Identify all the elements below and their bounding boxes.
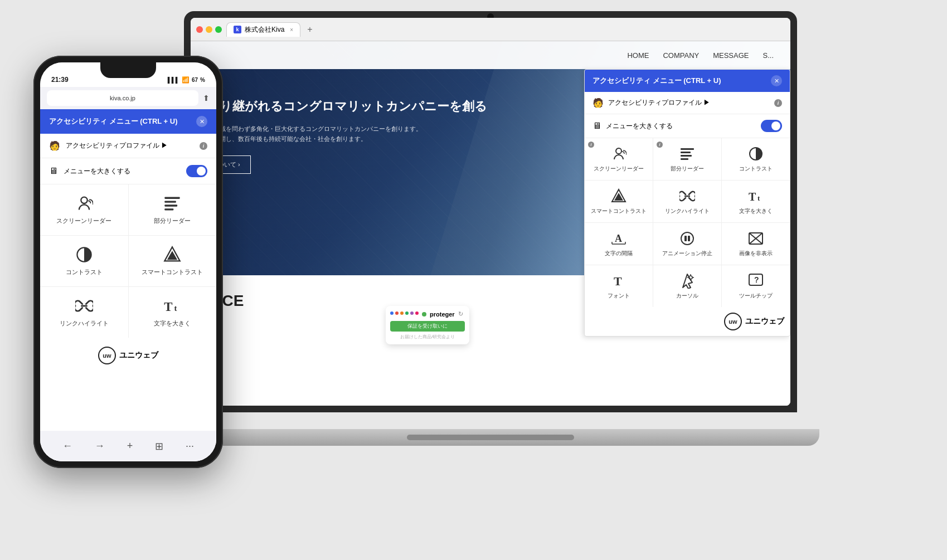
mobile-a11y-cell-partial-reader[interactable]: 部分リーダー <box>129 184 217 235</box>
svg-text:A: A <box>615 233 622 244</box>
a11y-cell-label-partial-reader: 部分リーダー <box>671 165 704 172</box>
website-content: HOME COMPANY MESSAGE S... ION 語り継がれるコングロ… <box>191 41 790 406</box>
mobile-accessibility-panel: アクセシビリティ メニュー (CTRL + U) ✕ 🧑 アクセシビリティプロフ… <box>40 109 216 461</box>
a11y-cell-font[interactable]: T フォント <box>585 265 653 307</box>
svg-text:T: T <box>749 191 756 203</box>
svg-text:t: t <box>757 194 760 202</box>
mobile-a11y-header: アクセシビリティ メニュー (CTRL + U) ✕ <box>40 109 216 134</box>
phone-forward-button[interactable]: → <box>95 440 105 452</box>
contrast-icon <box>748 146 764 162</box>
new-tab-button[interactable]: + <box>307 25 312 35</box>
minimize-window-dot[interactable] <box>206 26 212 33</box>
a11y-cell-cursor[interactable]: カーソル <box>653 265 721 307</box>
tab-title: 株式会社Kiva <box>245 25 284 35</box>
nav-message[interactable]: MESSAGE <box>713 51 749 60</box>
svg-rect-30 <box>165 197 180 199</box>
mobile-a11y-enlarge-label: メニューを大きくする <box>64 167 181 176</box>
proteger-refresh[interactable]: ↻ <box>458 310 463 318</box>
phone-signal-icon: ▌▌▌ <box>168 77 179 83</box>
a11y-cell-link-highlight[interactable]: リンクハイライト <box>653 181 721 222</box>
mobile-a11y-cell-label-contrast: コントラスト <box>66 268 103 276</box>
mobile-a11y-enlarge-row: 🖥 メニューを大きくする <box>40 158 216 184</box>
a11y-cell-tooltip[interactable]: ? ツールチップ <box>722 265 790 307</box>
mobile-a11y-close-button[interactable]: ✕ <box>196 116 207 127</box>
phone-url-bar[interactable]: kiva.co.jp <box>47 90 198 106</box>
proteger-status-dot <box>422 312 426 316</box>
mobile-a11y-cell-screen-reader[interactable]: スクリーンリーダー <box>40 184 128 235</box>
dot-orange <box>400 311 404 315</box>
a11y-cell-label-screen-reader: スクリーンリーダー <box>594 165 644 172</box>
a11y-profile-info[interactable]: i <box>774 99 782 107</box>
a11y-enlarge-row: 🖥 メニューを大きくする <box>585 114 790 138</box>
mobile-a11y-cell-label-text-size: 文字を大きく <box>154 319 191 328</box>
proteger-sub: お届けした商品/研究会より <box>390 334 465 340</box>
close-window-dot[interactable] <box>196 26 203 33</box>
a11y-cell-text-spacing[interactable]: A 文字の間隔 <box>585 223 653 265</box>
svg-point-0 <box>616 148 621 154</box>
phone-screen: 21:39 ▌▌▌ 📶 67% kiva.co.jp ⬆ アクセシビリティ メニ… <box>40 62 216 461</box>
phone-notch <box>100 62 156 78</box>
dot-purple <box>410 311 414 315</box>
a11y-cell-partial-reader[interactable]: i 部分リーダー <box>653 138 721 180</box>
svg-point-29 <box>81 197 87 203</box>
nav-home[interactable]: HOME <box>627 51 649 60</box>
a11y-profile-label: アクセシビリティプロファイル ▶ <box>608 98 770 108</box>
dot-blue <box>390 311 394 315</box>
mobile-a11y-cell-contrast[interactable]: コントラスト <box>40 236 128 286</box>
mobile-a11y-profile-info[interactable]: i <box>200 142 207 150</box>
laptop-screen: k 株式会社Kiva × + HOME COMPANY MESSAGE S... <box>191 18 790 406</box>
a11y-cell-contrast[interactable]: コントラスト <box>722 138 790 180</box>
proteger-label: proteger <box>430 311 455 318</box>
hide-images-icon <box>748 231 764 246</box>
hero-text-block: ION 語り継がれるコングロマリットカンパニーを創る 業領域を問わず多角化・巨大… <box>207 86 595 174</box>
a11y-cell-label-text-spacing: 文字の間隔 <box>605 250 633 257</box>
mobile-smart-contrast-icon <box>163 246 181 264</box>
phone-new-tab-button[interactable]: + <box>127 440 133 452</box>
pause-animation-icon <box>679 231 695 246</box>
browser-window-controls <box>196 26 222 33</box>
mobile-a11y-cell-smart-contrast[interactable]: スマートコントラスト <box>129 236 217 286</box>
dot-green <box>405 311 409 315</box>
phone-body: 21:39 ▌▌▌ 📶 67% kiva.co.jp ⬆ アクセシビリティ メニ… <box>33 56 223 468</box>
proteger-dots <box>390 311 419 315</box>
text-spacing-icon: A <box>611 231 627 246</box>
a11y-footer-logo-text: ユニウェブ <box>745 316 784 327</box>
a11y-panel-header: アクセシビリティ メニュー (CTRL + U) ✕ <box>585 70 790 92</box>
tab-favicon: k <box>234 26 241 33</box>
a11y-features-grid: i スクリーンリーダー i <box>585 138 790 307</box>
mobile-link-highlight-icon <box>75 297 93 315</box>
phone-share-icon[interactable]: ⬆ <box>203 94 210 103</box>
a11y-panel-title: アクセシビリティ メニュー (CTRL + U) <box>593 76 721 86</box>
a11y-cell-smart-contrast[interactable]: スマートコントラスト <box>585 181 653 222</box>
a11y-close-button[interactable]: ✕ <box>771 75 782 86</box>
mobile-a11y-profile-row[interactable]: 🧑 アクセシビリティプロファイル ▶ i <box>40 134 216 158</box>
phone-wifi-icon: 📶 <box>182 76 190 84</box>
a11y-cell-info-badge: i <box>588 142 594 148</box>
tab-close-button[interactable]: × <box>290 27 293 33</box>
nav-service[interactable]: S... <box>763 51 774 60</box>
mobile-contrast-icon <box>75 246 93 264</box>
svg-text:T: T <box>614 274 622 288</box>
a11y-cell-pause-animation[interactable]: アニメーション停止 <box>653 223 721 265</box>
a11y-cell-text-size[interactable]: T t 文字を大きく <box>722 181 790 222</box>
nav-company[interactable]: COMPANY <box>663 51 699 60</box>
mobile-a11y-cell-link-highlight[interactable]: リンクハイライト <box>40 287 128 338</box>
mobile-a11y-enlarge-toggle[interactable] <box>186 165 207 177</box>
a11y-cell-info-badge-2: i <box>657 142 663 148</box>
mobile-a11y-cell-text-size[interactable]: T t 文字を大きく <box>129 287 217 338</box>
a11y-enlarge-toggle[interactable] <box>761 120 782 132</box>
a11y-cell-hide-images[interactable]: 画像を非表示 <box>722 223 790 265</box>
a11y-cell-screen-reader[interactable]: i スクリーンリーダー <box>585 138 653 180</box>
phone-url-text: kiva.co.jp <box>110 95 135 101</box>
font-icon: T <box>611 273 627 289</box>
laptop-device: k 株式会社Kiva × + HOME COMPANY MESSAGE S... <box>184 11 797 446</box>
proteger-cta-button[interactable]: 保証を受け取いに <box>390 321 465 332</box>
phone-battery: 67 <box>192 77 198 83</box>
browser-tab[interactable]: k 株式会社Kiva × <box>226 22 300 37</box>
phone-tabs-button[interactable]: ⊞ <box>155 440 163 452</box>
dot-pink <box>415 311 419 315</box>
phone-back-button[interactable]: ← <box>62 440 72 452</box>
maximize-window-dot[interactable] <box>215 26 222 33</box>
phone-more-button[interactable]: ··· <box>186 440 194 452</box>
a11y-profile-row[interactable]: 🧑 アクセシビリティプロファイル ▶ i <box>585 92 790 114</box>
